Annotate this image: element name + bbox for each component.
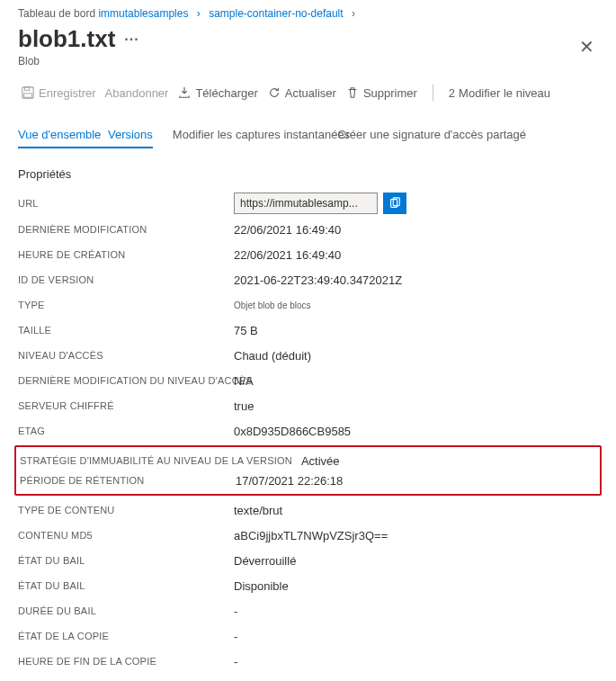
prop-access-tier-mod: N/A (234, 374, 254, 388)
chevron-right-icon: › (197, 7, 201, 20)
toolbar-separator (433, 85, 433, 101)
prop-creation-time: 22/06/2021 16:49:40 (234, 248, 341, 262)
breadcrumb: Tableau de bord immutablesamples › sampl… (18, 0, 598, 20)
breadcrumb-root[interactable]: Tableau de bord (18, 7, 95, 20)
delete-button[interactable]: Supprimer (343, 84, 420, 102)
prop-version-id: 2021-06-22T23:49:40.3472021Z (234, 273, 402, 287)
change-tier-button[interactable]: 2 Modifier le niveau (446, 85, 553, 102)
prop-md5: aBCi9jjbxTL7NWpVZSjr3Q== (234, 529, 388, 542)
save-button[interactable]: Enregistrer (18, 84, 99, 102)
prop-immutability: Activée (301, 454, 340, 468)
close-icon[interactable]: ✕ (576, 32, 598, 61)
page-subtitle: Blob (18, 55, 139, 67)
blob-name: blob1.txt (18, 25, 115, 53)
more-menu[interactable]: ··· (124, 31, 138, 48)
tier-badge: 2 (449, 86, 455, 100)
toolbar: Enregistrer Abandonner Télécharger Actua… (18, 84, 598, 103)
tab-snapshots[interactable]: Modifier les captures instantanéesCréer … (173, 128, 526, 148)
breadcrumb-link-1[interactable]: immutablesamples (98, 7, 188, 20)
prop-last-modified: 22/06/2021 16:49:40 (234, 223, 341, 237)
prop-etag: 0x8D935D866CB9585 (234, 425, 351, 438)
refresh-button[interactable]: Actualiser (264, 84, 339, 102)
discard-button[interactable]: Abandonner (103, 85, 172, 102)
chevron-right-icon: › (352, 7, 355, 20)
prop-copy-time: - (234, 655, 237, 668)
copy-icon (388, 197, 401, 210)
tab-overview[interactable]: Vue d'ensemble Versions (18, 128, 153, 148)
page-title: blob1.txt ··· (18, 25, 139, 53)
tab-bar: Vue d'ensemble Versions Modifier les cap… (18, 128, 598, 149)
prop-copy-status: - (234, 630, 237, 643)
svg-rect-2 (24, 94, 32, 97)
download-button[interactable]: Télécharger (174, 84, 260, 102)
prop-content-type: texte/brut (234, 504, 282, 517)
section-title: Propriétés (18, 167, 598, 181)
prop-lease-state: Disponible (234, 579, 289, 593)
prop-access-tier: Chaud (déduit) (234, 349, 311, 363)
save-icon (21, 85, 35, 100)
prop-url: URL https://immutablesamp... (18, 190, 598, 217)
prop-lease-status: Déverrouillé (234, 554, 296, 568)
immutability-highlight: STRATÉGIE D'IMMUABILITÉ AU NIVEAU DE LA … (14, 445, 602, 496)
prop-type: Objet blob de blocs (234, 300, 311, 310)
prop-lease-duration: - (234, 605, 237, 618)
prop-size: 75 B (234, 324, 258, 337)
prop-encrypted: true (234, 399, 254, 413)
download-icon (177, 85, 192, 100)
trash-icon (345, 85, 360, 100)
refresh-icon (267, 85, 281, 100)
prop-retention: 17/07/2021 22:26:18 (236, 474, 343, 488)
svg-rect-1 (25, 87, 30, 91)
copy-button[interactable] (383, 193, 406, 214)
url-field[interactable]: https://immutablesamp... (234, 193, 378, 214)
breadcrumb-link-2[interactable]: sample-container-no-default (209, 7, 343, 20)
